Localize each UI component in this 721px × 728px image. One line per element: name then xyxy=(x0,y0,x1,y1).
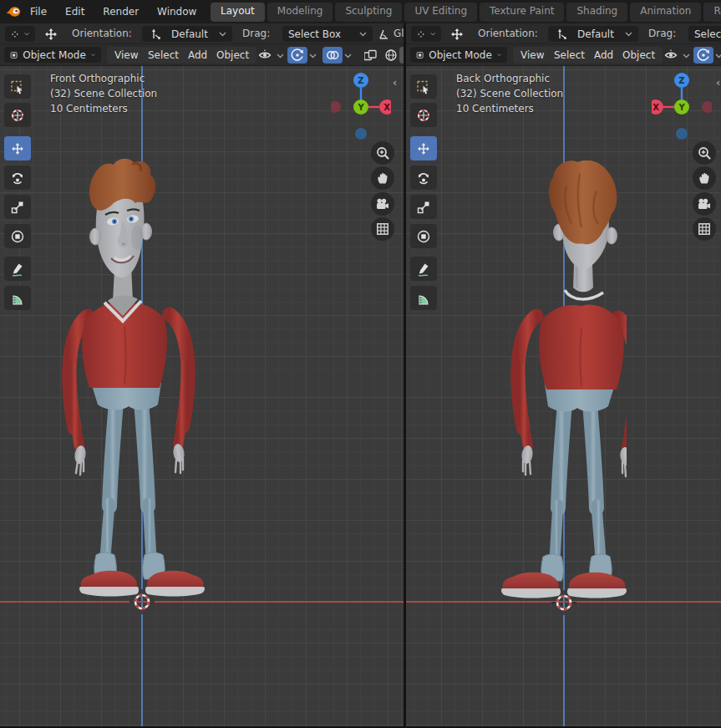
chevron-down-icon[interactable] xyxy=(309,53,317,59)
tool-annotate[interactable] xyxy=(4,257,31,281)
topbar: File Edit Render Window Help Layout Mode… xyxy=(0,0,721,23)
camera-view-button[interactable] xyxy=(371,192,394,216)
visibility-toggle-button[interactable] xyxy=(661,47,681,64)
tool-select-box[interactable] xyxy=(410,74,437,99)
drag-label: Drag: xyxy=(242,28,270,39)
mode-dropdown[interactable]: Object Mode xyxy=(410,47,507,63)
active-tool-chip[interactable] xyxy=(411,26,441,42)
viewport-back[interactable]: Back Orthographic (32) Scene Collection … xyxy=(406,66,721,728)
tool-transform[interactable] xyxy=(410,224,437,248)
tab-sculpting[interactable]: Sculpting xyxy=(335,3,402,22)
chevron-down-icon[interactable] xyxy=(715,53,721,59)
tool-rotate[interactable] xyxy=(4,165,31,190)
active-tool-chip[interactable] xyxy=(5,26,35,42)
axis-ball-neg-x[interactable] xyxy=(702,101,712,113)
area-back-viewport: Orientation: Default Drag: Select Box Ob… xyxy=(406,23,721,728)
zoom-button[interactable] xyxy=(371,141,394,165)
navigation-gizmo[interactable]: Z X Y xyxy=(331,70,391,140)
wireframe-shading-button[interactable] xyxy=(381,47,401,64)
mode-value: Object Mode xyxy=(429,49,492,61)
cursor-3d xyxy=(551,590,576,615)
scale-tool-icon xyxy=(10,200,25,215)
tab-uv-editing[interactable]: UV Editing xyxy=(404,3,477,22)
tab-modeling[interactable]: Modeling xyxy=(267,3,333,22)
tool-scale[interactable] xyxy=(410,195,437,219)
menu-window[interactable]: Window xyxy=(148,3,206,20)
zoom-button[interactable] xyxy=(693,141,716,165)
chevron-down-icon xyxy=(497,52,501,58)
tool-select-box[interactable] xyxy=(4,74,31,99)
tool-annotate[interactable] xyxy=(410,257,437,281)
drag-dropdown[interactable]: Select Box xyxy=(688,26,721,42)
menu-render[interactable]: Render xyxy=(94,3,148,20)
chevron-down-icon[interactable] xyxy=(277,53,284,59)
sidebar-collapse-arrow[interactable]: ‹ xyxy=(716,77,720,88)
menu-file[interactable]: File xyxy=(21,3,56,20)
menu-select[interactable]: Select xyxy=(140,47,186,64)
camera-view-button[interactable] xyxy=(693,192,716,216)
tool-scale[interactable] xyxy=(4,195,31,219)
grid-icon xyxy=(697,221,712,237)
menu-object[interactable]: Object xyxy=(209,47,256,64)
gizmos-toggle-button[interactable] xyxy=(693,47,713,64)
chevron-down-icon xyxy=(430,31,435,37)
tool-transform[interactable] xyxy=(4,224,31,248)
character-front[interactable] xyxy=(54,159,205,602)
gizmos-toggle-button[interactable] xyxy=(287,47,307,64)
menu-select[interactable]: Select xyxy=(546,47,592,64)
sidebar-collapse-arrow[interactable]: ‹ xyxy=(393,77,397,88)
visibility-toggle-button[interactable] xyxy=(255,47,275,64)
object-mode-icon xyxy=(10,48,18,62)
collection-name: (32) Scene Collection xyxy=(456,86,563,101)
axis-ball-neg-z[interactable] xyxy=(355,128,367,140)
global-label-partial[interactable]: Glo xyxy=(394,28,404,39)
tab-layout[interactable]: Layout xyxy=(211,3,265,22)
axis-ball-neg-x[interactable] xyxy=(331,101,341,113)
measure-tool-icon xyxy=(10,291,25,306)
tab-texture-paint[interactable]: Texture Paint xyxy=(480,3,564,22)
menu-object[interactable]: Object xyxy=(615,47,663,64)
orientation-dropdown[interactable]: Default xyxy=(142,26,232,42)
pan-button[interactable] xyxy=(371,166,394,190)
perspective-toggle-button[interactable] xyxy=(371,217,394,241)
move-gizmo-icon[interactable] xyxy=(43,27,58,42)
chevron-down-icon[interactable] xyxy=(344,53,352,59)
mode-dropdown[interactable]: Object Mode xyxy=(4,47,101,63)
perspective-toggle-button[interactable] xyxy=(693,217,716,241)
tool-cursor[interactable] xyxy=(4,103,31,127)
workspace-tabs: Layout Modeling Sculpting UV Editing Tex… xyxy=(211,3,721,22)
solid-shading-button[interactable] xyxy=(399,47,404,64)
view-name: Back Orthographic xyxy=(456,71,563,86)
tool-move[interactable] xyxy=(410,136,437,160)
tool-cursor[interactable] xyxy=(410,103,437,127)
overlays-toggle-button[interactable] xyxy=(322,47,343,64)
tool-measure[interactable] xyxy=(410,286,437,310)
xray-toggle-button[interactable] xyxy=(361,47,381,64)
navigation-gizmo[interactable]: Z X Y xyxy=(652,70,712,140)
tab-rendering[interactable]: Rendering xyxy=(703,3,721,22)
tool-rotate[interactable] xyxy=(410,165,437,190)
chevron-down-icon xyxy=(91,52,95,58)
orientation-dropdown[interactable]: Default xyxy=(548,26,638,42)
drag-dropdown[interactable]: Select Box xyxy=(282,26,373,42)
active-tool-icon xyxy=(417,28,425,40)
chevron-down-icon[interactable] xyxy=(683,53,690,59)
select-box-icon xyxy=(416,79,431,94)
grid-scale: 10 Centimeters xyxy=(456,101,563,116)
magnifier-plus-icon xyxy=(375,145,390,160)
tab-animation[interactable]: Animation xyxy=(630,3,701,22)
character-back[interactable] xyxy=(476,160,627,602)
orientation-label: Orientation: xyxy=(72,28,132,39)
viewport-front[interactable]: Front Orthographic (32) Scene Collection… xyxy=(0,66,404,728)
move-gizmo-icon[interactable] xyxy=(449,27,465,42)
pan-button[interactable] xyxy=(693,166,716,190)
global-orientation-icon[interactable] xyxy=(378,28,391,41)
chevron-down-icon xyxy=(359,31,367,37)
tab-shading[interactable]: Shading xyxy=(566,3,627,22)
tool-move[interactable] xyxy=(4,136,31,160)
menu-edit[interactable]: Edit xyxy=(56,3,94,20)
tool-measure[interactable] xyxy=(4,286,31,310)
tool-settings-bar: Orientation: Default Drag: Select Box xyxy=(406,23,721,44)
axis-ball-neg-z[interactable] xyxy=(676,128,688,140)
cursor-tool-icon xyxy=(10,108,25,123)
